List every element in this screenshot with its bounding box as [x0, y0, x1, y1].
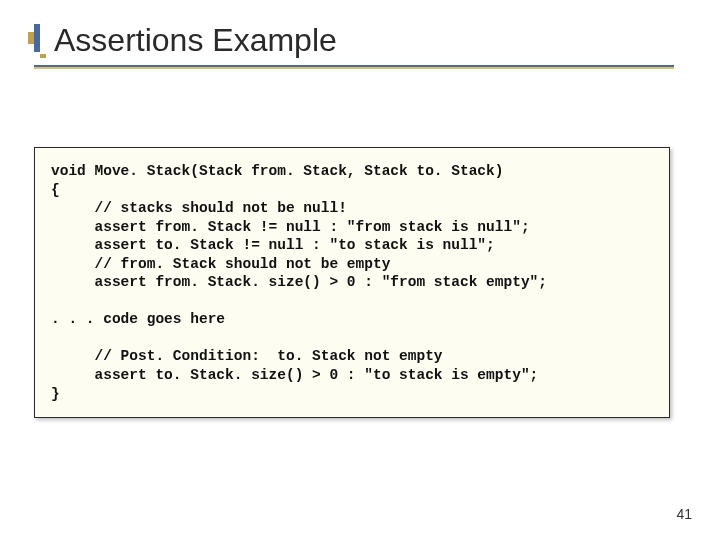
code-example-box: void Move. Stack(Stack from. Stack, Stac… — [34, 147, 670, 418]
slide: Assertions Example void Move. Stack(Stac… — [0, 0, 720, 540]
code-line: { — [51, 182, 60, 198]
code-line: } — [51, 386, 60, 402]
code-line: // stacks should not be null! — [51, 200, 347, 216]
slide-title: Assertions Example — [54, 22, 686, 59]
code-line: // from. Stack should not be empty — [51, 256, 390, 272]
page-number: 41 — [676, 506, 692, 522]
code-line: assert from. Stack != null : "from stack… — [51, 219, 530, 235]
code-line: void Move. Stack(Stack from. Stack, Stac… — [51, 163, 503, 179]
code-line: . . . code goes here — [51, 311, 225, 327]
code-line: assert from. Stack. size() > 0 : "from s… — [51, 274, 547, 290]
code-line: assert to. Stack != null : "to stack is … — [51, 237, 495, 253]
title-underline — [34, 65, 674, 67]
accent-decoration — [34, 24, 40, 52]
code-line: assert to. Stack. size() > 0 : "to stack… — [51, 367, 538, 383]
code-line: // Post. Condition: to. Stack not empty — [51, 348, 443, 364]
code-block: void Move. Stack(Stack from. Stack, Stac… — [51, 162, 653, 403]
